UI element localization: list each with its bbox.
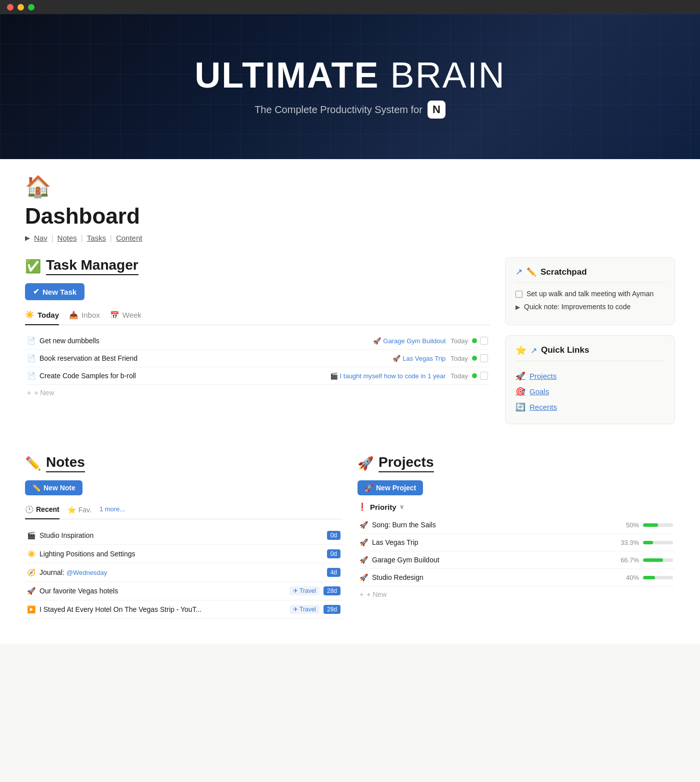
project-rocket-icon: 🚀 [360,556,368,564]
two-col-layout: ✅ Task Manager ✔ New Task ☀️ Today 📥 Inb… [25,257,675,434]
project-name[interactable]: Studio Redesign [372,573,616,581]
progress-fill [643,523,658,527]
scratchpad-checkbox[interactable] [516,291,522,298]
tab-inbox-icon: 📥 [69,311,78,320]
scratchpad-link-icon[interactable]: ↗ [516,267,522,277]
note-video-icon: 🎬 [27,531,36,539]
quick-link-label: Projects [530,372,556,380]
dot-green[interactable] [28,4,34,11]
note-name[interactable]: I Stayed At Every Hotel On The Vegas Str… [40,605,290,613]
project-percent: 50% [616,521,639,529]
hero-title: ULTIMATE BRAIN [194,55,505,96]
dot-yellow[interactable] [18,4,24,11]
progress-fill [643,576,655,579]
list-item: ▶️ I Stayed At Every Hotel On The Vegas … [25,600,342,619]
quick-link-label: Recents [530,403,557,411]
task-date: Today [450,372,468,380]
dot-red[interactable] [7,4,14,11]
progress-bar [643,558,673,562]
notes-tabs: 🕐 Recent ⭐ Fav. 1 more... [25,502,342,519]
task-new-row[interactable]: + + New [25,385,490,401]
new-note-button[interactable]: ✏️ New Note [25,480,82,495]
note-name[interactable]: Lighting Positions and Settings [40,550,327,558]
quick-links-title: Quick Links [541,345,589,355]
task-project[interactable]: 🚀 Las Vegas Trip [392,355,446,362]
note-name[interactable]: Studio Inspiration [40,531,327,539]
hero-subtitle: The Complete Productivity System for N [254,101,446,119]
hero-banner: ULTIMATE BRAIN The Complete Productivity… [0,14,700,159]
task-date: Today [450,355,468,362]
new-task-button[interactable]: ✔ New Task [25,283,84,300]
project-name[interactable]: Song: Burn the Sails [372,521,616,529]
notes-edit-icon: ✏️ [25,456,41,471]
scratchpad-header: ↗ ✏️ Scratchpad [516,267,664,283]
task-checkbox[interactable] [480,354,488,362]
task-manager-column: ✅ Task Manager ✔ New Task ☀️ Today 📥 Inb… [25,257,490,434]
task-name: Create Code Samples for b-roll [40,372,330,380]
list-item: 🚀 Our favorite Vegas hotels ✈ Travel 28d [25,582,342,600]
scratchpad-text: Quick note: Improvements to code [524,303,630,311]
quick-link-goals[interactable]: 🎯 Goals [516,384,664,399]
priority-label: Priority [370,503,396,511]
task-project[interactable]: 🚀 Garage Gym Buildout [373,337,446,345]
note-name[interactable]: Journal: @Wednesday [40,568,327,576]
breadcrumb-tasks[interactable]: Tasks [87,234,106,242]
project-video-icon: 🎬 [330,372,338,380]
project-name[interactable]: Garage Gym Buildout [372,556,616,564]
task-checkbox[interactable] [480,372,488,380]
breadcrumb-sep3: | [110,234,112,242]
page-title: Dashboard [25,204,675,229]
new-project-button[interactable]: 🚀 New Project [358,480,423,495]
task-tabs: ☀️ Today 📥 Inbox 📅 Week [25,307,490,325]
task-doc-icon: 📄 [27,372,36,380]
fav-icon: ⭐ [68,506,76,514]
scratchpad-title: Scratchpad [540,267,587,277]
projects-header: 🚀 Projects [358,454,675,472]
projects-column: 🚀 Projects 🚀 New Project ❗ Priority ∨ 🚀 [358,454,675,619]
quick-links-link-icon: ↗ [530,346,537,355]
breadcrumb: ▶ Nav | Notes | Tasks | Content [25,234,675,242]
notes-list: 🎬 Studio Inspiration 0d ☀️ Lighting Posi… [25,526,342,619]
breadcrumb-notes[interactable]: Notes [58,234,77,242]
project-rocket-icon: 🚀 [360,538,368,546]
project-percent: 33.3% [616,539,639,546]
breadcrumb-arrow: ▶ [25,234,30,242]
hero-title-thin: BRAIN [390,55,506,95]
task-status-dot [472,356,477,361]
notes-projects-grid: ✏️ Notes ✏️ New Note 🕐 Recent ⭐ Fav. [25,454,675,619]
project-new-row[interactable]: + + New [358,586,675,602]
quick-links-card: ⭐ ↗ Quick Links 🚀 Projects 🎯 Goals 🔄 Rec… [505,335,675,424]
list-item: 🚀 Studio Redesign 40% [358,569,675,586]
progress-bar [643,541,673,544]
scratchpad-item: Set up walk and talk meeting with Ayman [516,290,664,298]
note-youtube-icon: ▶️ [27,605,36,613]
breadcrumb-nav[interactable]: Nav [34,234,48,242]
note-tag: ✈ Travel [290,586,320,595]
tab-today[interactable]: ☀️ Today [25,307,59,325]
note-rocket-icon: 🚀 [27,587,36,595]
notes-tab-recent[interactable]: 🕐 Recent [25,502,60,519]
projects-rocket-icon: 🚀 [358,456,374,471]
notes-projects-section: ✏️ Notes ✏️ New Note 🕐 Recent ⭐ Fav. [25,454,675,619]
note-name[interactable]: Our favorite Vegas hotels [40,587,290,595]
note-age: 0d [327,549,340,558]
list-item: ☀️ Lighting Positions and Settings 0d [25,545,342,563]
priority-exclamation-icon: ❗ [358,502,367,511]
task-list: 📄 Get new dumbbells 🚀 Garage Gym Buildou… [25,332,490,401]
priority-header: ❗ Priority ∨ [358,502,675,511]
breadcrumb-content[interactable]: Content [116,234,142,242]
task-name: Get new dumbbells [40,337,373,345]
priority-chevron-icon[interactable]: ∨ [400,503,404,510]
task-date: Today [450,337,468,345]
quick-link-recents[interactable]: 🔄 Recents [516,399,664,415]
quick-link-projects[interactable]: 🚀 Projects [516,368,664,384]
notes-tab-more[interactable]: 1 more... [100,502,125,519]
notes-tab-fav[interactable]: ⭐ Fav. [68,502,92,519]
task-project[interactable]: 🎬 I taught myself how to code in 1 year [330,372,446,380]
quick-links-star-icon: ⭐ [516,345,526,356]
project-name[interactable]: Las Vegas Trip [372,538,616,546]
tab-inbox[interactable]: 📥 Inbox [69,307,100,325]
quick-links-header: ⭐ ↗ Quick Links [516,345,664,361]
task-checkbox[interactable] [480,337,488,345]
tab-week[interactable]: 📅 Week [110,307,142,325]
